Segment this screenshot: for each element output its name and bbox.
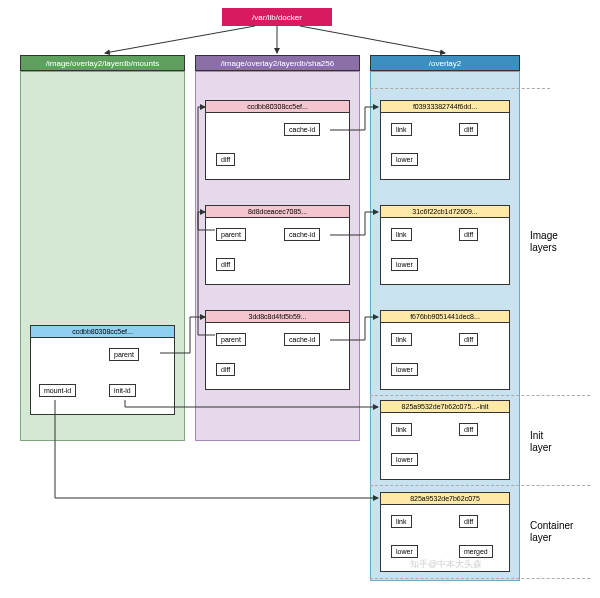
ov-card-0-link: link (391, 123, 412, 136)
col-mounts-header: /image/overlay2/layerdb/mounts (20, 55, 185, 71)
root-label: /var/lib/docker (252, 13, 302, 22)
label-container-layer: Container layer (530, 520, 573, 544)
sha-card-2-title: 3dd8c8d4fd5b59... (205, 310, 350, 323)
dash-2 (370, 395, 590, 396)
ov-card-3: 825a9532de7b62c075...-init link diff low… (380, 400, 510, 480)
sha-card-1-cache-id: cache-id (284, 228, 320, 241)
ov-card-1-link: link (391, 228, 412, 241)
mounts-card-title: ccdbb80308cc5ef... (30, 325, 175, 338)
ov-card-1-title: 31c6f22cb1d72609... (380, 205, 510, 218)
ov-card-1-diff: diff (459, 228, 478, 241)
sha-card-1-title: 8d8dceacec7085... (205, 205, 350, 218)
ov-card-1: 31c6f22cb1d72609... link diff lower (380, 205, 510, 285)
mounts-init-id: init-id (109, 384, 136, 397)
ov-card-3-diff: diff (459, 423, 478, 436)
ov-card-0-lower: lower (391, 153, 418, 166)
ov-card-0-title: f03933382744f6dd... (380, 100, 510, 113)
watermark: 知乎@中本大头森 (410, 558, 482, 571)
diagram-canvas: /var/lib/docker /image/overlay2/layerdb/… (0, 0, 600, 598)
ov-card-2-diff: diff (459, 333, 478, 346)
sha-card-1-diff: diff (216, 258, 235, 271)
ov-card-3-link: link (391, 423, 412, 436)
sha-card-0-diff: diff (216, 153, 235, 166)
sha-card-2-parent: parent (216, 333, 246, 346)
root-node: /var/lib/docker (222, 8, 332, 26)
sha-card-1: 8d8dceacec7085... parent cache-id diff (205, 205, 350, 285)
ov-card-3-title: 825a9532de7b62c075...-init (380, 400, 510, 413)
sha-card-0: ccdbb80308cc5ef... cache-id diff (205, 100, 350, 180)
mounts-parent: parent (109, 348, 139, 361)
svg-line-0 (105, 26, 255, 53)
ov-card-1-lower: lower (391, 258, 418, 271)
label-init-layer: Init layer (530, 430, 552, 454)
sha-card-2: 3dd8c8d4fd5b59... parent cache-id diff (205, 310, 350, 390)
ov-card-0-diff: diff (459, 123, 478, 136)
ov-card-4-diff: diff (459, 515, 478, 528)
svg-line-2 (300, 26, 445, 53)
mounts-card: ccdbb80308cc5ef... parent mount-id init-… (30, 325, 175, 415)
col-sha256-header: /image/overlay2/layerdb/sha256 (195, 55, 360, 71)
sha-card-2-cache-id: cache-id (284, 333, 320, 346)
dash-3 (370, 485, 590, 486)
mounts-mount-id: mount-id (39, 384, 76, 397)
sha-card-0-title: ccdbb80308cc5ef... (205, 100, 350, 113)
sha-card-2-diff: diff (216, 363, 235, 376)
ov-card-4-title: 825a9532de7b62c075 (380, 492, 510, 505)
sha-card-1-parent: parent (216, 228, 246, 241)
ov-card-4-link: link (391, 515, 412, 528)
sha-card-0-cache-id: cache-id (284, 123, 320, 136)
ov-card-4-merged: merged (459, 545, 493, 558)
col-overlay2-header: /overlay2 (370, 55, 520, 71)
ov-card-2: f676bb9051441dec8... link diff lower (380, 310, 510, 390)
ov-card-4-lower: lower (391, 545, 418, 558)
dash-1 (370, 88, 550, 89)
dash-4 (370, 578, 590, 579)
ov-card-3-lower: lower (391, 453, 418, 466)
ov-card-2-lower: lower (391, 363, 418, 376)
ov-card-2-link: link (391, 333, 412, 346)
label-image-layers: Image layers (530, 230, 558, 254)
ov-card-0: f03933382744f6dd... link diff lower (380, 100, 510, 180)
ov-card-2-title: f676bb9051441dec8... (380, 310, 510, 323)
